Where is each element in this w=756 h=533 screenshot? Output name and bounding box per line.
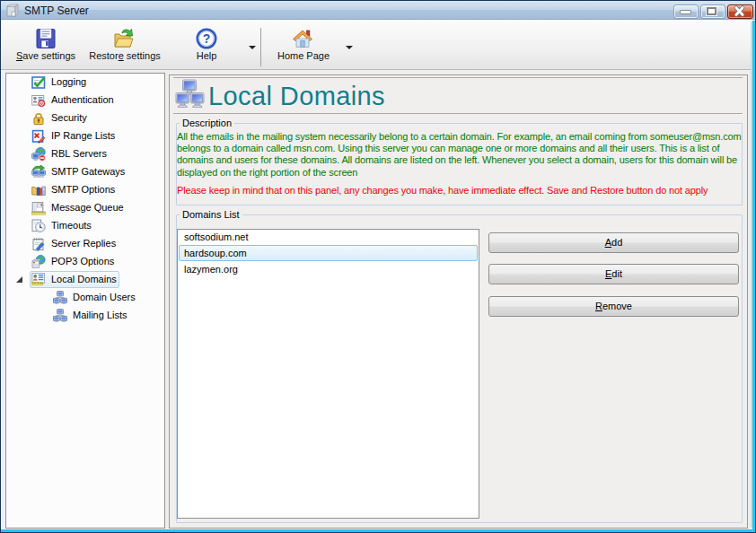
svg-text:?: ?	[203, 31, 211, 46]
